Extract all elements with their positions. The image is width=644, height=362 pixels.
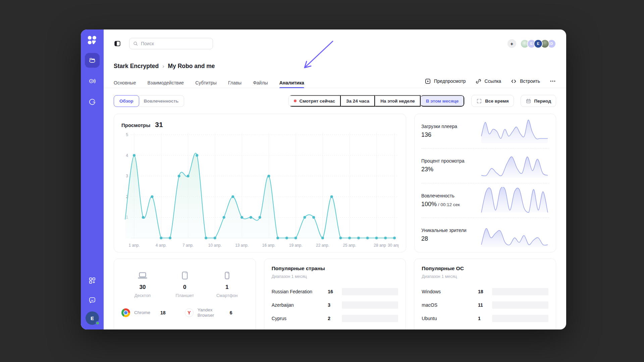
player-loads-sparkline [480, 118, 549, 144]
folder-icon [88, 56, 96, 64]
expand-icon [476, 98, 482, 104]
avatar-active[interactable]: E [534, 39, 543, 48]
bar-track [342, 301, 398, 309]
device-tablet: 0 Планшет [164, 270, 206, 298]
os-name: Ubuntu [422, 316, 478, 321]
more-actions-button[interactable] [549, 78, 556, 84]
link-button[interactable]: Ссылка [475, 78, 501, 84]
engagement-toggle-button[interactable]: Вовлеченность [138, 95, 184, 107]
tab-subtitry[interactable]: Субтитры [195, 78, 217, 88]
yandex-browser-icon: Y [185, 308, 194, 317]
svg-text:10 апр.: 10 апр. [208, 243, 222, 248]
sidebar-item-live[interactable] [85, 74, 100, 88]
header-actions: Предпросмотр Ссылка Встроить [425, 78, 556, 88]
tab-analitika[interactable]: Аналитика [279, 78, 304, 88]
country-name: Cyprus [272, 316, 328, 321]
os-name: macOS [422, 302, 478, 308]
os-row: Ubuntu 1 [422, 312, 548, 325]
bar-track [342, 315, 398, 322]
device-label: Планшет [176, 293, 194, 298]
sidebar-item-library[interactable] [85, 53, 100, 68]
unique-viewers-sparkline [480, 222, 549, 248]
sidebar-item-g[interactable] [85, 95, 100, 109]
device-desktop: 30 Десктоп [121, 270, 164, 298]
country-row: Russian Federation 16 [272, 285, 398, 298]
stat-value: 100% / 00:12 сек [421, 201, 460, 208]
country-value: 3 [328, 302, 338, 308]
period-button[interactable]: Период [521, 95, 556, 107]
device-label: Десктоп [135, 293, 151, 298]
tab-vzaimodeystvie[interactable]: Взаимодействие [147, 78, 184, 88]
views-chart-card: Просмотры 31 123451 апр.4 апр.7 апр.10 а… [114, 114, 406, 252]
device-stats: 30 Десктоп 0 Планшет 1 [121, 270, 248, 298]
search-icon [133, 41, 138, 46]
filter-label: В этом месяце [426, 99, 459, 104]
os-title: Популярные ОС [422, 265, 548, 272]
popular-os-card: Популярные ОС Диапазон 1 месяц Windows 1… [414, 258, 556, 329]
search-input[interactable] [141, 41, 209, 46]
filter-watching-now[interactable]: Смотрят сейчас [289, 95, 341, 107]
svg-text:7 апр.: 7 апр. [182, 243, 194, 248]
engagement-sparkline [480, 187, 549, 214]
preview-button[interactable]: Предпросмотр [425, 78, 466, 84]
topbar-right: + E E D [507, 39, 556, 48]
device-smartphone: 1 Смартфон [206, 270, 248, 298]
browser-chrome: Chrome 18 [121, 308, 185, 317]
watch-percent-sparkline [480, 152, 549, 179]
filter-this-week[interactable]: На этой неделе [375, 95, 421, 107]
collapse-sidebar-icon[interactable] [114, 40, 121, 47]
tabs-bar: Основные Взаимодействие Субтитры Главы Ф… [104, 78, 566, 88]
breadcrumb-parent[interactable]: Stark Encrypted [114, 63, 159, 70]
device-count: 0 [183, 284, 186, 291]
laptop-icon [137, 270, 148, 281]
country-row: Azerbaijan 3 [272, 298, 398, 312]
os-name: Windows [422, 289, 478, 294]
search-box[interactable] [129, 38, 213, 49]
stat-player-loads[interactable]: Загрузки плеера 136 [421, 114, 549, 148]
embed-button[interactable]: Встроить [511, 78, 540, 84]
country-value: 16 [328, 289, 338, 294]
browser-yandex: Y Yandex Browser 6 [185, 307, 248, 318]
device-count: 1 [225, 284, 228, 291]
browser-count: 18 [160, 310, 166, 315]
svg-text:30 апр.: 30 апр. [388, 243, 398, 248]
embed-label: Встроить [520, 78, 540, 84]
add-member-button[interactable]: + [507, 39, 516, 48]
analytics-bottom-row: 30 Десктоп 0 Планшет 1 [114, 258, 556, 329]
filter-this-month[interactable]: В этом месяце [421, 95, 465, 107]
user-initial: E [91, 315, 94, 321]
views-chart-title: Просмотры [121, 122, 150, 128]
views-total: 31 [155, 121, 163, 129]
app-window: E + E [81, 29, 566, 329]
countries-subtitle: Диапазон 1 месяц [272, 274, 398, 279]
tablet-icon [179, 270, 190, 281]
svg-text:19 апр.: 19 апр. [289, 243, 303, 248]
browser-label: Yandex Browser [198, 307, 220, 318]
bar-track [342, 288, 398, 295]
tab-glavy[interactable]: Главы [228, 78, 241, 88]
overview-toggle-button[interactable]: Обзор [114, 95, 139, 107]
filter-24h[interactable]: За 24 часа [341, 95, 375, 107]
svg-text:4 апр.: 4 апр. [156, 243, 167, 248]
view-toggle: Обзор Вовлеченность [114, 95, 184, 107]
svg-text:5: 5 [126, 132, 128, 137]
all-time-label: Все время [485, 99, 508, 104]
period-label: Период [534, 99, 551, 104]
views-chart[interactable]: 123451 апр.4 апр.7 апр.10 апр.13 апр.16 … [121, 131, 398, 251]
tab-osnovnye[interactable]: Основные [114, 78, 136, 88]
os-subtitle: Диапазон 1 месяц [422, 274, 548, 279]
stat-watch-percent[interactable]: Процент просмотра 23% [421, 148, 549, 183]
svg-text:3: 3 [126, 174, 128, 178]
stat-engagement[interactable]: Вовлеченность 100% / 00:12 сек [421, 183, 549, 218]
main-area: + E E D Stark Encrypted › My Robo and me… [104, 29, 566, 329]
sidebar-item-apps[interactable] [85, 273, 100, 288]
sidebar-item-support[interactable] [85, 293, 100, 307]
browser-count: 6 [230, 310, 232, 315]
all-time-button[interactable]: Все время [471, 95, 514, 107]
live-dot-icon [294, 100, 297, 102]
svg-text:25 апр.: 25 апр. [343, 243, 356, 248]
tab-fayly[interactable]: Файлы [253, 78, 268, 88]
stat-unique-viewers[interactable]: Уникальные зрители 28 [421, 218, 549, 252]
sidebar-user-avatar[interactable]: E [86, 311, 99, 325]
os-row: macOS 11 [422, 298, 548, 312]
